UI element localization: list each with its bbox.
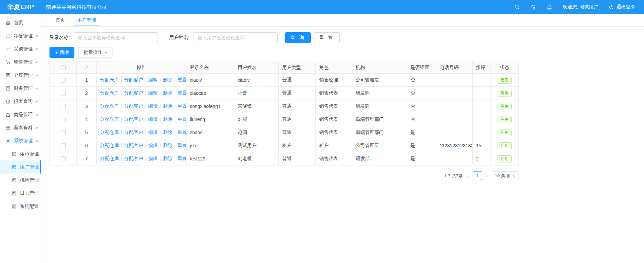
sidebar-subitem-机构管理[interactable]: 机构管理 [0, 174, 41, 187]
sidebar-item-warehouse[interactable]: 仓库管理∨ [0, 69, 41, 82]
chevron-up-icon: ∧ [35, 139, 38, 143]
sidebar-subitem-角色管理[interactable]: 角色管理 [0, 147, 41, 160]
action-link-删除[interactable]: 删除 [163, 129, 172, 135]
row-status-cell: 启用 [490, 113, 519, 126]
row-name: 赵四 [234, 126, 279, 139]
row-checkbox[interactable] [61, 104, 66, 109]
action-link-重置密码[interactable]: 重置密码 [178, 143, 187, 148]
tab-home[interactable]: 首页 [49, 14, 71, 26]
action-link-分配仓库[interactable]: 分配仓库 [100, 103, 119, 109]
action-link-删除[interactable]: 删除 [163, 116, 172, 122]
add-button[interactable]: +新增 [49, 47, 74, 58]
row-sort [473, 126, 490, 139]
batch-operations-button[interactable]: 批量操作∨ [78, 47, 113, 58]
page-size-select[interactable]: 10 条/页∨ [492, 171, 518, 180]
tab-user-management[interactable]: 用户管理 [71, 14, 102, 26]
action-link-重置密码[interactable]: 重置密码 [178, 116, 187, 122]
action-link-分配客户[interactable]: 分配客户 [124, 116, 143, 122]
action-link-重置密码[interactable]: 重置密码 [178, 103, 187, 109]
query-button[interactable]: 查 询 [285, 32, 311, 43]
action-link-分配仓库[interactable]: 分配仓库 [100, 129, 119, 135]
action-link-重置密码[interactable]: 重置密码 [178, 77, 187, 82]
search-icon[interactable] [514, 4, 520, 10]
action-link-分配客户[interactable]: 分配客户 [124, 156, 143, 161]
action-link-删除[interactable]: 删除 [163, 143, 172, 148]
page-number[interactable]: 1 [473, 171, 482, 180]
action-divider: | [174, 143, 176, 148]
action-link-删除[interactable]: 删除 [163, 77, 172, 82]
sidebar-item-goods[interactable]: 商品管理∨ [0, 108, 41, 121]
action-link-分配仓库[interactable]: 分配仓库 [100, 156, 119, 161]
action-link-编辑[interactable]: 编辑 [148, 90, 158, 96]
column-header: 角色 [316, 62, 352, 74]
platform-icon[interactable] [530, 4, 536, 10]
retail-icon [5, 33, 11, 39]
row-checkbox[interactable] [61, 91, 66, 96]
login-name-input[interactable] [74, 32, 158, 43]
status-badge: 启用 [498, 116, 512, 123]
sidebar-item-retail[interactable]: 零售管理∨ [0, 29, 41, 42]
sidebar-item-home[interactable]: 首页 [0, 16, 41, 29]
action-link-分配客户[interactable]: 分配客户 [124, 90, 143, 96]
action-link-编辑[interactable]: 编辑 [148, 129, 158, 135]
action-link-分配客户[interactable]: 分配客户 [124, 143, 143, 148]
goods-icon [5, 112, 11, 117]
action-link-删除[interactable]: 删除 [163, 156, 172, 161]
reset-button[interactable]: 重 置 [314, 32, 340, 43]
sidebar-subitem-日志管理[interactable]: 日志管理 [0, 187, 41, 200]
action-link-编辑[interactable]: 编辑 [148, 156, 158, 161]
action-link-编辑[interactable]: 编辑 [148, 143, 158, 148]
row-checkbox[interactable] [61, 130, 66, 135]
row-manager: 是 [407, 139, 436, 152]
sidebar-item-basic[interactable]: 基本资料∨ [0, 121, 41, 134]
action-divider: | [145, 116, 146, 122]
logout-button[interactable]: 退出登录 [608, 4, 635, 10]
row-index: 5 [77, 126, 97, 139]
row-select-cell [50, 113, 77, 126]
notification-bell-icon[interactable] [546, 4, 552, 10]
action-link-编辑[interactable]: 编辑 [148, 77, 158, 82]
sidebar-item-finance[interactable]: 财务管理∨ [0, 82, 41, 95]
sidebar-item-sale[interactable]: 销售管理∨ [0, 55, 41, 69]
user-name-input[interactable] [194, 32, 278, 43]
row-checkbox[interactable] [61, 117, 66, 122]
action-link-重置密码[interactable]: 重置密码 [178, 156, 187, 161]
row-checkbox[interactable] [61, 78, 66, 83]
user-table-wrapper: #操作登录名称用户姓名用户类型角色机构是否经理电话号码排序状态 1分配仓库|分配… [49, 62, 518, 165]
row-name: 宋晓锋 [234, 100, 279, 113]
action-link-分配客户[interactable]: 分配客户 [124, 129, 143, 135]
row-select-cell [50, 74, 77, 87]
action-link-重置密码[interactable]: 重置密码 [178, 129, 187, 135]
basic-icon [5, 125, 11, 130]
action-link-重置密码[interactable]: 重置密码 [178, 90, 187, 96]
column-header: 电话号码 [436, 62, 473, 74]
row-org: 研发部 [352, 152, 407, 165]
select-all-checkbox[interactable] [61, 65, 66, 70]
action-link-删除[interactable]: 删除 [163, 103, 172, 109]
sidebar-item-system[interactable]: 系统管理∧ [0, 134, 41, 147]
action-link-分配仓库[interactable]: 分配仓库 [100, 143, 119, 148]
next-page-icon[interactable]: › [485, 173, 489, 179]
sidebar-subitem-label: 用户管理 [20, 164, 39, 170]
action-link-分配仓库[interactable]: 分配仓库 [100, 90, 119, 96]
action-link-编辑[interactable]: 编辑 [148, 116, 158, 122]
action-link-分配客户[interactable]: 分配客户 [124, 77, 143, 82]
finance-icon [5, 86, 11, 91]
sidebar-subitem-系统配置[interactable]: 系统配置 [0, 200, 41, 213]
sidebar-item-report[interactable]: 报表查询∨ [0, 95, 41, 108]
sidebar-item-purchase[interactable]: 采购管理∨ [0, 42, 41, 55]
row-actions: 分配仓库|分配客户|编辑|删除|重置密码 [97, 87, 187, 100]
action-link-删除[interactable]: 删除 [163, 90, 172, 96]
prev-page-icon[interactable]: ‹ [466, 173, 470, 179]
document-icon [11, 178, 17, 183]
row-checkbox[interactable] [61, 143, 66, 148]
action-link-分配客户[interactable]: 分配客户 [124, 103, 143, 109]
action-link-编辑[interactable]: 编辑 [148, 103, 158, 109]
action-link-分配仓库[interactable]: 分配仓库 [100, 77, 119, 82]
action-link-分配仓库[interactable]: 分配仓库 [100, 116, 119, 122]
status-badge: 启用 [498, 77, 512, 84]
sidebar-subitem-用户管理[interactable]: 用户管理 [0, 160, 41, 174]
sidebar-item-label: 首页 [14, 20, 23, 26]
row-phone [436, 87, 473, 100]
row-checkbox[interactable] [61, 156, 66, 161]
